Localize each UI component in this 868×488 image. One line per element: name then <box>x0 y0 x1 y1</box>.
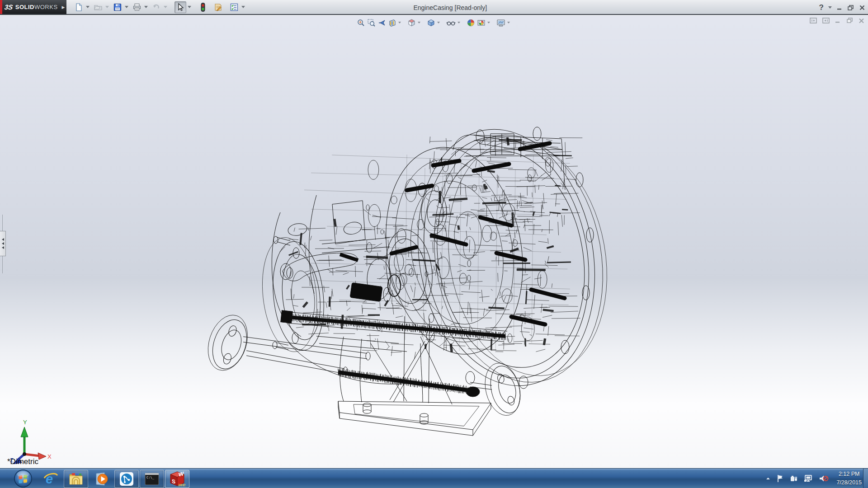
clock-time: 2:12 PM <box>836 470 862 479</box>
taskbar-internet-explorer[interactable]: e <box>38 470 63 488</box>
new-dropdown-arrow[interactable] <box>86 6 90 8</box>
open-button[interactable] <box>92 1 104 13</box>
sw-cube-letter-s: S <box>172 478 175 485</box>
cmd-prompt-text: C:\_ <box>146 476 155 479</box>
options-button[interactable] <box>228 1 240 13</box>
view-orientation-dropdown-arrow[interactable] <box>418 22 420 23</box>
file-properties-icon <box>213 3 222 12</box>
display-style-button[interactable] <box>426 18 436 28</box>
volume-muted-icon[interactable] <box>819 474 829 483</box>
display-style-dropdown-arrow[interactable] <box>437 22 440 23</box>
minimize-icon <box>836 5 843 11</box>
window-pane-right-icon[interactable] <box>822 18 830 23</box>
view-orientation-button[interactable] <box>406 18 417 28</box>
select-dropdown-arrow[interactable] <box>188 6 191 8</box>
solidworks-logo[interactable]: 3S SOLIDWORKS <box>2 0 60 14</box>
wireframe-model[interactable] <box>0 16 868 468</box>
view-settings-monitor-icon <box>496 19 505 27</box>
help-dropdown-arrow[interactable] <box>828 6 832 9</box>
doc-minimize-button[interactable] <box>835 18 841 23</box>
apply-scene-dropdown-arrow[interactable] <box>487 22 490 23</box>
command-prompt-icon: C:\_ <box>144 472 160 486</box>
taskbar-apps: e <box>38 469 190 488</box>
graphics-area[interactable]: Y X Z *Dimetric <box>0 16 868 468</box>
windows-explorer-icon <box>68 472 84 486</box>
restore-icon <box>847 5 854 11</box>
new-document-button[interactable] <box>73 1 85 13</box>
network-route-app-icon <box>119 471 134 487</box>
zoom-to-fit-button[interactable] <box>356 18 366 28</box>
taskbar-network-route-app[interactable] <box>114 470 139 488</box>
apply-scene-icon <box>477 19 486 27</box>
print-icon <box>132 3 142 12</box>
previous-view-button[interactable] <box>377 18 387 28</box>
clock-date: 7/28/2015 <box>836 479 862 487</box>
taskbar-solidworks[interactable]: S W 2015 <box>165 470 189 488</box>
section-view-dropdown-arrow[interactable] <box>398 22 401 23</box>
solidworks-window: 3S SOLIDWORKS ▶ <box>0 0 868 488</box>
print-button[interactable] <box>131 1 143 13</box>
logo-text-bold: SOLID <box>15 4 34 10</box>
minimize-button[interactable] <box>836 5 843 11</box>
network-display-icon[interactable] <box>804 474 813 483</box>
apply-scene-button[interactable] <box>476 18 486 28</box>
taskbar-clock[interactable]: 2:12 PM 7/28/2015 <box>836 470 862 487</box>
select-arrow-icon <box>176 3 185 12</box>
close-icon <box>859 5 865 11</box>
options-checklist-icon <box>230 3 239 12</box>
show-desktop-button[interactable] <box>863 469 868 488</box>
restore-button[interactable] <box>847 5 854 11</box>
document-title: EngineCasing [Read-only] <box>413 0 487 15</box>
save-floppy-icon <box>113 3 122 12</box>
sw-badge-year: 2015 <box>178 483 185 487</box>
edit-appearance-button[interactable] <box>466 18 476 28</box>
triad-x-label: X <box>47 453 52 460</box>
taskbar-command-prompt[interactable]: C:\_ <box>140 470 164 488</box>
save-dropdown-arrow[interactable] <box>125 6 128 8</box>
collapse-arrow-icon <box>2 246 4 249</box>
select-button[interactable] <box>175 1 186 13</box>
file-properties-button[interactable] <box>212 1 224 13</box>
feature-tree-collapse-tab[interactable] <box>0 231 6 256</box>
section-view-icon <box>388 19 396 27</box>
system-tray: 2:12 PM 7/28/2015 <box>765 469 862 488</box>
display-style-cube-icon <box>427 19 435 27</box>
section-view-button[interactable] <box>387 18 397 28</box>
title-bar: 3S SOLIDWORKS ▶ <box>0 0 868 15</box>
action-center-flag-icon[interactable] <box>777 474 784 483</box>
document-window-controls <box>810 18 864 23</box>
view-settings-button[interactable] <box>495 18 506 28</box>
hide-show-dropdown-arrow[interactable] <box>458 22 460 23</box>
open-dropdown-arrow[interactable] <box>105 6 109 8</box>
rebuild-button[interactable] <box>198 1 208 13</box>
undo-dropdown-arrow[interactable] <box>164 6 167 8</box>
power-plug-icon[interactable] <box>790 474 798 483</box>
help-button[interactable]: ? <box>819 3 824 12</box>
options-dropdown-arrow[interactable] <box>241 6 245 8</box>
undo-button[interactable] <box>151 1 162 13</box>
undo-arrow-icon <box>152 3 161 12</box>
start-button[interactable] <box>14 469 33 488</box>
taskbar-windows-explorer[interactable] <box>64 470 88 488</box>
hidden-icons-arrow[interactable] <box>765 476 771 481</box>
collapse-arrow-icon <box>2 238 4 241</box>
zoom-to-area-icon <box>367 19 376 27</box>
print-dropdown-arrow[interactable] <box>144 6 148 8</box>
save-button[interactable] <box>112 1 123 13</box>
view-settings-dropdown-arrow[interactable] <box>507 22 510 23</box>
windows-taskbar: e <box>0 468 868 488</box>
doc-restore-button[interactable] <box>846 18 853 23</box>
menu-flyout-arrow[interactable]: ▶ <box>60 0 66 14</box>
doc-close-button[interactable] <box>859 18 864 23</box>
view-orientation-label: *Dimetric <box>7 457 38 466</box>
hide-show-items-button[interactable] <box>445 18 457 28</box>
zoom-to-area-button[interactable] <box>366 18 377 28</box>
view-orientation-cube-icon <box>407 19 416 27</box>
collapse-arrow-icon <box>2 242 4 245</box>
logo-text-light: WORKS <box>34 4 58 10</box>
window-pane-left-icon[interactable] <box>810 18 817 23</box>
new-document-icon <box>74 3 83 12</box>
standard-toolbar <box>73 0 248 14</box>
taskbar-media-player[interactable] <box>89 470 113 488</box>
close-button[interactable] <box>859 5 865 11</box>
